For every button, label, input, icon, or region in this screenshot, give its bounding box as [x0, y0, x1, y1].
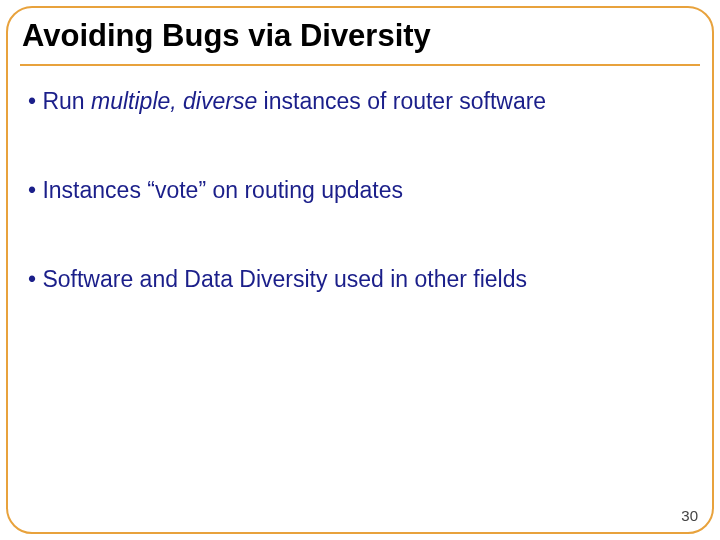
slide: Avoiding Bugs via Diversity • Run multip… [0, 0, 720, 540]
slide-body: • Run multiple, diverse instances of rou… [28, 86, 692, 295]
bullet-item-1: • Run multiple, diverse instances of rou… [28, 86, 692, 117]
bullet-1-prefix: • Run [28, 88, 91, 114]
bullet-1-suffix: instances of router software [257, 88, 546, 114]
title-underline [20, 64, 700, 66]
bullet-2-text: • Instances “vote” on routing updates [28, 177, 403, 203]
bullet-3-text: • Software and Data Diversity used in ot… [28, 266, 527, 292]
page-number: 30 [681, 507, 698, 524]
bullet-item-2: • Instances “vote” on routing updates [28, 175, 692, 206]
title-area: Avoiding Bugs via Diversity [20, 12, 700, 66]
slide-title: Avoiding Bugs via Diversity [20, 12, 700, 60]
bullet-item-3: • Software and Data Diversity used in ot… [28, 264, 692, 295]
bullet-1-emphasis: multiple, diverse [91, 88, 257, 114]
